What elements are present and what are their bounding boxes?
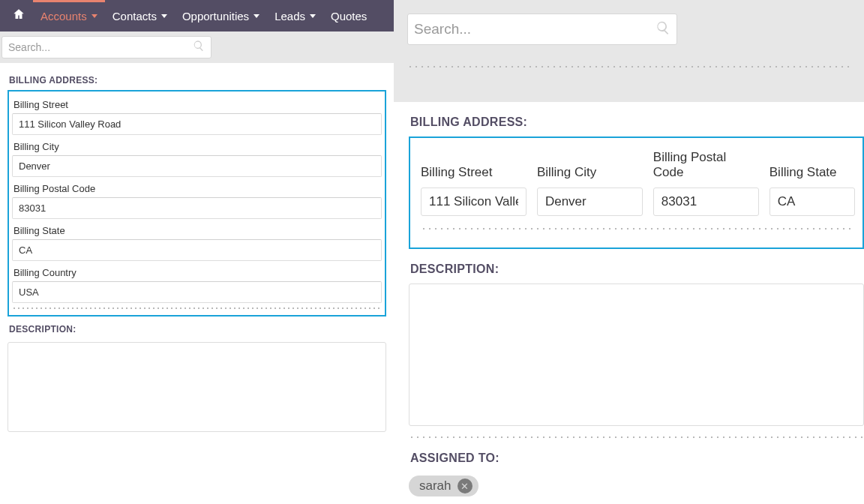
- field-label: Billing Postal Code: [12, 178, 382, 197]
- nav-label: Opportunities: [182, 10, 249, 22]
- section-description-label: DESCRIPTION:: [9, 324, 386, 334]
- divider-dots: [407, 66, 850, 68]
- search-input[interactable]: [414, 21, 656, 38]
- nav-home[interactable]: [4, 8, 33, 24]
- field-billing-country: Billing Country: [12, 262, 382, 303]
- chip-label: sarah: [419, 478, 452, 494]
- section-description-label: DESCRIPTION:: [410, 262, 864, 276]
- billing-country-input[interactable]: [12, 281, 382, 303]
- field-billing-street: Billing Street: [12, 94, 382, 135]
- divider-dots: [409, 436, 864, 438]
- nav-contacts[interactable]: Contacts: [105, 0, 175, 32]
- divider-dots: [421, 228, 855, 230]
- chevron-down-icon: [254, 14, 260, 18]
- section-assigned-label: ASSIGNED TO:: [410, 452, 864, 465]
- field-label: Billing State: [770, 147, 855, 180]
- navbar: Accounts Contacts Opportunities Leads Qu…: [0, 0, 394, 32]
- nav-opportunities[interactable]: Opportunities: [175, 0, 267, 32]
- field-billing-postal: Billing Postal Code: [12, 178, 382, 219]
- assigned-chip[interactable]: sarah ✕: [409, 476, 478, 496]
- billing-state-input[interactable]: [770, 188, 855, 216]
- nav-label: Contacts: [112, 10, 157, 22]
- left-pane: Accounts Contacts Opportunities Leads Qu…: [0, 0, 394, 504]
- nav-quotes[interactable]: Quotes: [323, 0, 374, 32]
- content: BILLING ADDRESS: Billing Street Billing …: [394, 102, 864, 504]
- chevron-down-icon: [310, 14, 316, 18]
- nav-leads[interactable]: Leads: [267, 0, 323, 32]
- field-label: Billing State: [12, 220, 382, 239]
- search-wrap: [2, 36, 212, 58]
- field-label: Billing Country: [12, 262, 382, 281]
- content: BILLING ADDRESS: Billing Street Billing …: [0, 63, 394, 504]
- field-label: Billing Street: [12, 94, 382, 113]
- field-billing-city: Billing City: [537, 147, 643, 216]
- billing-postal-input[interactable]: [653, 188, 759, 216]
- billing-street-input[interactable]: [421, 188, 526, 216]
- billing-street-input[interactable]: [12, 113, 382, 135]
- nav-label: Leads: [274, 10, 305, 22]
- description-textarea[interactable]: [8, 342, 386, 432]
- nav-accounts[interactable]: Accounts: [33, 0, 105, 32]
- search-bar: [0, 32, 394, 63]
- search-icon: [193, 40, 205, 55]
- field-label: Billing Street: [421, 147, 526, 180]
- nav-label: Quotes: [331, 10, 367, 22]
- nav-label: Accounts: [40, 10, 87, 22]
- billing-postal-input[interactable]: [12, 197, 382, 219]
- field-billing-city: Billing City: [12, 136, 382, 177]
- billing-city-input[interactable]: [537, 188, 643, 216]
- home-icon: [12, 8, 26, 24]
- field-billing-street: Billing Street: [421, 147, 526, 216]
- search-icon: [656, 20, 670, 38]
- chevron-down-icon: [161, 14, 167, 18]
- search-input[interactable]: [8, 41, 193, 53]
- section-billing-label: BILLING ADDRESS:: [410, 116, 864, 129]
- right-pane: Accounts Contacts Opportunities Leads Qu…: [394, 0, 864, 504]
- field-billing-state: Billing State: [12, 220, 382, 261]
- billing-row: Billing Street Billing City Billing Post…: [421, 147, 855, 216]
- billing-city-input[interactable]: [12, 155, 382, 177]
- field-billing-state: Billing State: [770, 147, 855, 216]
- divider-dots: [12, 308, 382, 309]
- search-wrap: [407, 14, 677, 45]
- billing-state-input[interactable]: [12, 239, 382, 261]
- chevron-down-icon: [92, 14, 98, 18]
- field-label: Billing City: [12, 136, 382, 155]
- description-textarea[interactable]: [409, 284, 864, 426]
- field-label: Billing City: [537, 147, 643, 180]
- close-icon[interactable]: ✕: [458, 478, 472, 494]
- field-label: Billing Postal Code: [653, 147, 759, 180]
- billing-highlight: Billing Street Billing City Billing Post…: [8, 90, 386, 316]
- search-bar: [394, 0, 864, 102]
- field-billing-postal: Billing Postal Code: [653, 147, 759, 216]
- section-billing-label: BILLING ADDRESS:: [9, 75, 386, 86]
- billing-highlight: Billing Street Billing City Billing Post…: [409, 136, 864, 249]
